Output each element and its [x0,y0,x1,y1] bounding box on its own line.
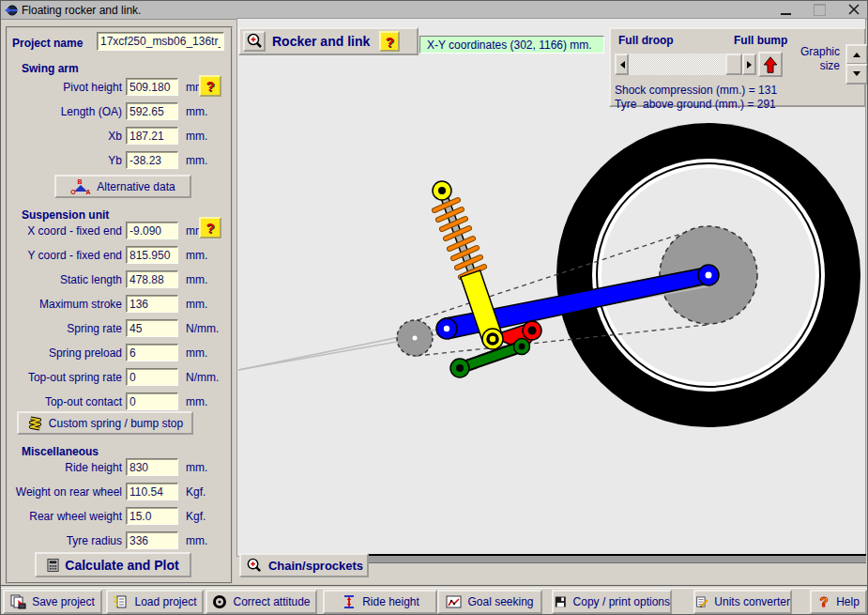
xb-input[interactable] [126,127,178,145]
units-converter-icon [695,594,708,609]
up-arrow-icon [853,49,860,57]
unit-label: Kgf. [186,510,206,523]
maximize-button[interactable] [814,4,826,16]
xy-coordinates-text: X-Y coordinates (302, 1166) mm. [427,38,592,52]
correct-attitude-button[interactable]: Correct attitude [206,590,317,614]
field-label: Rear wheel weight [8,510,122,523]
unit-label: mm. [186,154,207,167]
tyre-radius-input[interactable] [126,531,178,549]
scroll-right-button[interactable] [742,54,756,75]
field-row: Top-out spring rate N/mm. [6,368,233,388]
save-project-button[interactable]: Save project [3,590,102,614]
alternative-data-button[interactable]: B O A Alternative data [54,175,191,198]
field-row: Static length mm. [6,270,233,290]
x-fixed-end-input[interactable] [126,222,178,239]
scroll-left-button[interactable] [615,54,629,75]
right-arrow-icon [747,61,755,69]
load-project-button[interactable]: Load project [106,590,204,614]
full-droop-label: Full droop [618,34,674,47]
close-button[interactable] [848,2,860,19]
goal-seeking-label: Goal seeking [467,595,533,608]
svg-text:?: ? [820,594,829,609]
zoom-rocker-button[interactable] [243,31,266,52]
field-label: Ride height [8,461,122,474]
field-label: Top-out spring rate [8,371,122,384]
unit-label: mm. [186,346,207,360]
spring-icon [27,416,43,431]
unit-label: N/mm. [186,322,219,335]
rocker-view-header: Rocker and link ? [238,27,419,55]
rear-wheel-weight-input[interactable] [126,507,178,525]
ride-height-label: Ride height [362,595,419,608]
rear-wheel-weight-on-input[interactable] [126,483,178,500]
minimize-button[interactable] [781,5,791,15]
field-row: Ride height mm. [6,458,233,478]
help-button[interactable]: ? Help [810,590,867,614]
topout-spring-rate-input[interactable] [126,368,178,386]
chain-sprockets-button[interactable]: Chain/sprockets [239,553,369,577]
spring-rate-input[interactable] [126,319,178,337]
unit-label: N/mm. [186,371,219,384]
calculate-and-plot-button[interactable]: Calculate and Plot [35,552,191,577]
bottom-separator-bar [368,554,866,563]
ride-height-input[interactable] [126,458,178,476]
travel-scrollbar [615,54,756,75]
size-up-button[interactable] [845,44,868,65]
pivot-height-input[interactable] [126,78,178,96]
topout-contact-input[interactable] [126,392,178,410]
load-project-icon [113,594,129,609]
field-label: Yb [8,154,122,167]
droop-bump-panel: Full droop Full bump Graphic size Shock … [609,27,866,107]
units-converter-button[interactable]: Units converter [693,590,792,614]
spring-preload-input[interactable] [126,344,178,361]
field-row: Yb mm. [6,151,233,171]
unit-label: mm. [186,461,207,474]
scrollbar-thumb[interactable] [725,54,742,75]
unit-label: mm. [186,130,207,143]
ride-height-button[interactable]: Ride height [323,590,437,614]
size-down-button[interactable] [845,64,868,85]
y-fixed-end-input[interactable] [126,246,178,264]
swing-arm-help-button[interactable]: ? [199,75,221,97]
yb-input[interactable] [126,151,178,169]
field-row: Spring rate N/mm. [6,319,233,339]
view-help-button[interactable]: ? [379,31,400,52]
field-label: Length (OA) [8,105,122,118]
goal-seeking-button[interactable]: Goal seeking [437,590,542,614]
svg-text:B: B [78,178,83,185]
save-project-icon [10,594,26,609]
minimize-icon [781,13,791,15]
question-icon: ? [386,34,394,50]
field-label: X coord - fixed end [8,224,122,238]
unit-label: Kgf. [186,485,206,499]
tyre-ground-status: Tyre above ground (mm.) = 291 [615,98,776,111]
field-label: Spring rate [8,322,122,335]
suspension-help-button[interactable]: ? [199,217,221,238]
static-length-input[interactable] [126,270,178,288]
custom-spring-button[interactable]: Custom spring / bump stop [17,411,193,435]
graphic-size-spinner [845,44,868,85]
copy-print-options-button[interactable]: Copy / print options [552,590,672,614]
xy-coordinates-box: X-Y coordinates (302, 1166) mm. [419,36,604,54]
magnifier-icon [245,557,263,575]
length-oa-input[interactable] [126,102,178,120]
shock-bottom-eye [482,329,503,349]
field-label: Pivot height [8,81,122,94]
close-icon [848,4,860,15]
project-name-input[interactable] [97,32,224,51]
calculate-and-plot-label: Calculate and Plot [65,558,178,573]
red-up-arrow-icon [762,55,779,74]
question-icon: ? [206,220,214,236]
window-title: Floating rocker and link. [22,4,141,17]
down-arrow-icon [853,71,860,80]
field-row: Tyre radius mm. [6,531,233,551]
question-icon: ? [206,78,214,94]
svg-text:O: O [71,189,77,195]
maximum-stroke-input[interactable] [126,295,178,313]
swing-arm-header: Swing arm [22,62,79,75]
field-row: Rear wheel weight Kgf. [6,507,233,527]
floppy-disk-icon [554,594,568,609]
graphic-size-label: Graphic size [778,45,840,73]
correct-attitude-label: Correct attitude [233,595,310,608]
maximize-icon [814,4,826,16]
